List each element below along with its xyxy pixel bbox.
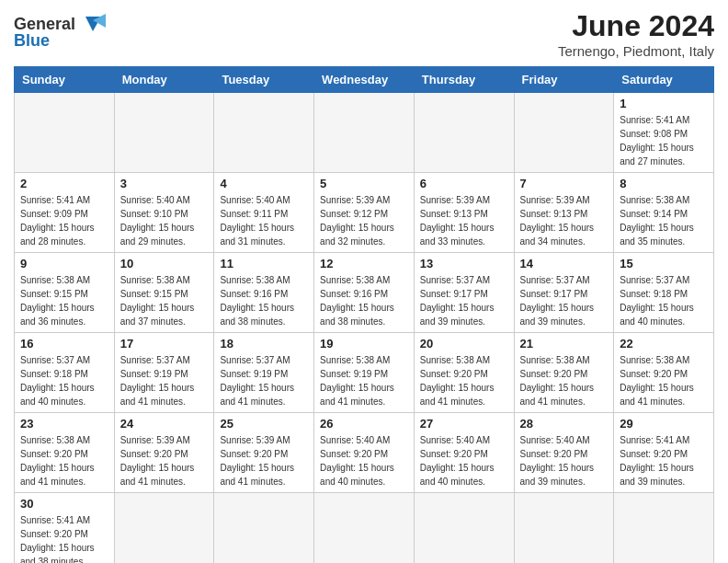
day-number: 28 (520, 417, 609, 431)
day-number: 9 (20, 257, 108, 270)
calendar-cell: 18Sunrise: 5:37 AM Sunset: 9:19 PM Dayli… (214, 333, 314, 413)
calendar-cell: 10Sunrise: 5:38 AM Sunset: 9:15 PM Dayli… (114, 253, 214, 333)
calendar-cell: 29Sunrise: 5:41 AM Sunset: 9:20 PM Dayli… (614, 413, 714, 493)
calendar-cell (514, 93, 614, 173)
day-number: 29 (620, 417, 708, 431)
day-number: 8 (620, 177, 708, 190)
day-number: 1 (620, 97, 708, 110)
day-info: Sunrise: 5:38 AM Sunset: 9:19 PM Dayligh… (320, 353, 408, 408)
day-info: Sunrise: 5:37 AM Sunset: 9:17 PM Dayligh… (420, 273, 508, 328)
day-info: Sunrise: 5:38 AM Sunset: 9:14 PM Dayligh… (620, 193, 708, 248)
calendar-cell (514, 493, 614, 564)
calendar-cell: 26Sunrise: 5:40 AM Sunset: 9:20 PM Dayli… (314, 413, 415, 493)
weekday-header-monday: Monday (114, 67, 214, 93)
calendar-week-row: 23Sunrise: 5:38 AM Sunset: 9:20 PM Dayli… (15, 413, 714, 493)
day-number: 6 (420, 177, 508, 190)
day-number: 17 (120, 337, 209, 350)
day-number: 2 (20, 177, 108, 190)
calendar-location: Ternengo, Piedmont, Italy (558, 43, 714, 59)
day-info: Sunrise: 5:40 AM Sunset: 9:10 PM Dayligh… (120, 193, 209, 248)
calendar-cell: 23Sunrise: 5:38 AM Sunset: 9:20 PM Dayli… (15, 413, 115, 493)
calendar-cell: 30Sunrise: 5:41 AM Sunset: 9:20 PM Dayli… (15, 493, 115, 564)
calendar-cell (614, 493, 714, 564)
day-info: Sunrise: 5:37 AM Sunset: 9:18 PM Dayligh… (20, 353, 108, 408)
calendar-cell: 15Sunrise: 5:37 AM Sunset: 9:18 PM Dayli… (614, 253, 714, 333)
day-info: Sunrise: 5:38 AM Sunset: 9:16 PM Dayligh… (220, 273, 308, 328)
day-info: Sunrise: 5:38 AM Sunset: 9:15 PM Dayligh… (20, 273, 108, 328)
weekday-header-tuesday: Tuesday (214, 67, 314, 93)
calendar-cell: 24Sunrise: 5:39 AM Sunset: 9:20 PM Dayli… (114, 413, 214, 493)
day-number: 3 (120, 177, 209, 190)
day-info: Sunrise: 5:41 AM Sunset: 9:09 PM Dayligh… (20, 193, 108, 248)
day-info: Sunrise: 5:41 AM Sunset: 9:08 PM Dayligh… (620, 113, 708, 168)
weekday-header-wednesday: Wednesday (314, 67, 415, 93)
calendar-cell (314, 493, 415, 564)
day-number: 15 (620, 257, 708, 270)
calendar-cell (314, 93, 415, 173)
calendar-cell: 16Sunrise: 5:37 AM Sunset: 9:18 PM Dayli… (15, 333, 115, 413)
calendar-cell: 11Sunrise: 5:38 AM Sunset: 9:16 PM Dayli… (214, 253, 314, 333)
day-info: Sunrise: 5:37 AM Sunset: 9:17 PM Dayligh… (520, 273, 609, 328)
day-info: Sunrise: 5:39 AM Sunset: 9:20 PM Dayligh… (120, 433, 209, 488)
day-number: 18 (220, 337, 308, 350)
day-info: Sunrise: 5:40 AM Sunset: 9:20 PM Dayligh… (420, 433, 508, 488)
calendar-cell (414, 93, 514, 173)
calendar-cell: 27Sunrise: 5:40 AM Sunset: 9:20 PM Dayli… (414, 413, 514, 493)
day-info: Sunrise: 5:40 AM Sunset: 9:20 PM Dayligh… (320, 433, 408, 488)
day-info: Sunrise: 5:39 AM Sunset: 9:13 PM Dayligh… (420, 193, 508, 248)
calendar-cell: 4Sunrise: 5:40 AM Sunset: 9:11 PM Daylig… (214, 173, 314, 253)
day-number: 13 (420, 257, 508, 270)
calendar-title-area: June 2024 Ternengo, Piedmont, Italy (558, 9, 714, 59)
calendar-week-row: 2Sunrise: 5:41 AM Sunset: 9:09 PM Daylig… (15, 173, 714, 253)
calendar-cell (214, 93, 314, 173)
day-number: 4 (220, 177, 308, 190)
day-number: 19 (320, 337, 408, 350)
day-number: 22 (620, 337, 708, 350)
logo: General Blue (14, 9, 115, 54)
day-number: 21 (520, 337, 609, 350)
day-number: 10 (120, 257, 209, 270)
day-info: Sunrise: 5:40 AM Sunset: 9:20 PM Dayligh… (520, 433, 609, 488)
day-number: 12 (320, 257, 408, 270)
day-info: Sunrise: 5:37 AM Sunset: 9:19 PM Dayligh… (120, 353, 209, 408)
calendar-cell: 28Sunrise: 5:40 AM Sunset: 9:20 PM Dayli… (514, 413, 614, 493)
day-info: Sunrise: 5:39 AM Sunset: 9:12 PM Dayligh… (320, 193, 408, 248)
day-info: Sunrise: 5:38 AM Sunset: 9:20 PM Dayligh… (520, 353, 609, 408)
logo-text: General Blue (14, 9, 115, 54)
day-info: Sunrise: 5:39 AM Sunset: 9:13 PM Dayligh… (520, 193, 609, 248)
calendar-cell: 2Sunrise: 5:41 AM Sunset: 9:09 PM Daylig… (15, 173, 115, 253)
calendar-cell (15, 93, 115, 173)
weekday-header-saturday: Saturday (614, 67, 714, 93)
calendar-cell: 13Sunrise: 5:37 AM Sunset: 9:17 PM Dayli… (414, 253, 514, 333)
day-number: 16 (20, 337, 108, 350)
day-number: 26 (320, 417, 408, 431)
day-number: 24 (120, 417, 209, 431)
calendar-cell (114, 493, 214, 564)
day-info: Sunrise: 5:38 AM Sunset: 9:20 PM Dayligh… (620, 353, 708, 408)
calendar-cell: 9Sunrise: 5:38 AM Sunset: 9:15 PM Daylig… (15, 253, 115, 333)
calendar-cell: 22Sunrise: 5:38 AM Sunset: 9:20 PM Dayli… (614, 333, 714, 413)
calendar-cell: 12Sunrise: 5:38 AM Sunset: 9:16 PM Dayli… (314, 253, 415, 333)
page-header: General Blue June 2024 Ternengo, Piedmon… (14, 9, 714, 59)
calendar-cell: 8Sunrise: 5:38 AM Sunset: 9:14 PM Daylig… (614, 173, 714, 253)
calendar-cell: 19Sunrise: 5:38 AM Sunset: 9:19 PM Dayli… (314, 333, 415, 413)
day-number: 11 (220, 257, 308, 270)
calendar-cell (114, 93, 214, 173)
day-info: Sunrise: 5:41 AM Sunset: 9:20 PM Dayligh… (620, 433, 708, 488)
svg-text:Blue: Blue (14, 31, 50, 50)
weekday-header-friday: Friday (514, 67, 614, 93)
day-number: 7 (520, 177, 609, 190)
day-info: Sunrise: 5:39 AM Sunset: 9:20 PM Dayligh… (220, 433, 308, 488)
day-info: Sunrise: 5:38 AM Sunset: 9:15 PM Dayligh… (120, 273, 209, 328)
calendar-cell: 1Sunrise: 5:41 AM Sunset: 9:08 PM Daylig… (614, 93, 714, 173)
calendar-week-row: 16Sunrise: 5:37 AM Sunset: 9:18 PM Dayli… (15, 333, 714, 413)
calendar-cell: 21Sunrise: 5:38 AM Sunset: 9:20 PM Dayli… (514, 333, 614, 413)
day-info: Sunrise: 5:38 AM Sunset: 9:16 PM Dayligh… (320, 273, 408, 328)
calendar-cell: 7Sunrise: 5:39 AM Sunset: 9:13 PM Daylig… (514, 173, 614, 253)
calendar-cell: 14Sunrise: 5:37 AM Sunset: 9:17 PM Dayli… (514, 253, 614, 333)
day-number: 14 (520, 257, 609, 270)
calendar-cell: 5Sunrise: 5:39 AM Sunset: 9:12 PM Daylig… (314, 173, 415, 253)
day-number: 20 (420, 337, 508, 350)
day-info: Sunrise: 5:38 AM Sunset: 9:20 PM Dayligh… (20, 433, 108, 488)
calendar-cell: 3Sunrise: 5:40 AM Sunset: 9:10 PM Daylig… (114, 173, 214, 253)
